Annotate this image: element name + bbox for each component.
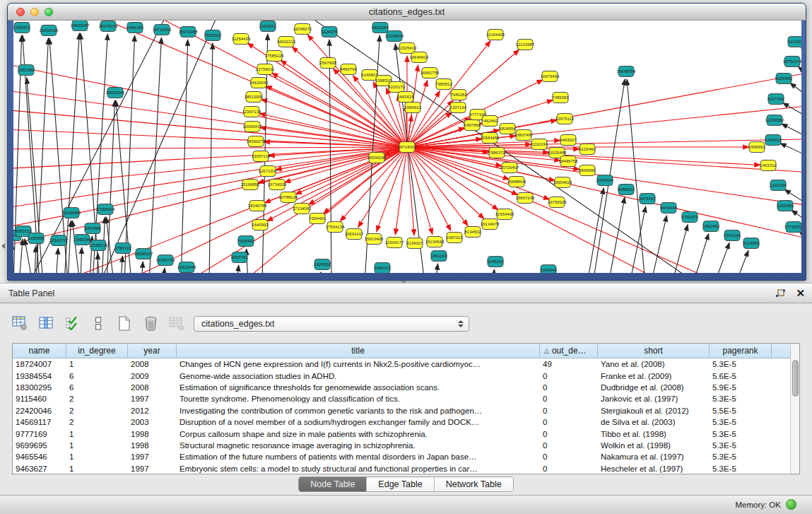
table-row[interactable]: 1872400712008Changes of HCN gene express…: [13, 358, 799, 370]
table-cell[interactable]: Structural magnetic resonance image aver…: [177, 441, 540, 450]
table-cell[interactable]: 2: [66, 407, 128, 415]
graph-node[interactable]: 1003059: [777, 201, 794, 211]
graph-node[interactable]: 16134978: [481, 219, 500, 230]
table-cell[interactable]: 1997: [128, 395, 177, 403]
tab-edge-table[interactable]: Edge Table: [367, 477, 434, 491]
table-row[interactable]: 2242004622012Investigating the contribut…: [13, 405, 799, 416]
table-cell[interactable]: 9463627: [13, 465, 66, 473]
graph-node[interactable]: 16640910: [410, 52, 429, 63]
table-cell[interactable]: Jankovic et al. (1997): [598, 395, 710, 403]
network-canvas[interactable]: 1872400718300295140557220691406106532871…: [13, 21, 801, 273]
graph-node[interactable]: 16961758: [420, 68, 440, 78]
table-cell[interactable]: 9777169: [13, 430, 66, 438]
table-row[interactable]: 969969511998Structural magnetic resonanc…: [13, 440, 799, 451]
graph-node[interactable]: 1201034: [770, 180, 787, 191]
table-row[interactable]: 1830029562008Estimation of significance …: [13, 382, 799, 393]
graph-node[interactable]: 1640934: [596, 175, 613, 186]
graph-node[interactable]: 19654923: [553, 177, 572, 188]
graph-node[interactable]: 19495758: [559, 156, 578, 167]
graph-node[interactable]: 1405572: [13, 23, 30, 33]
graph-node[interactable]: 10973493: [541, 71, 560, 82]
graph-node[interactable]: 1941244: [724, 230, 741, 241]
table-cell[interactable]: Dudbridge et al. (2008): [598, 383, 710, 392]
graph-node[interactable]: 16734209: [268, 180, 287, 190]
graph-node[interactable]: 2567608: [319, 58, 336, 69]
graph-node[interactable]: 12093582: [765, 115, 784, 126]
table-cell[interactable]: 18724007: [13, 360, 66, 368]
table-cell[interactable]: 5.3E-5: [710, 418, 772, 426]
graph-node[interactable]: 9474444: [660, 203, 677, 214]
graph-node[interactable]: 1566813: [404, 103, 421, 113]
graph-node[interactable]: 10354403: [495, 209, 514, 220]
table-cell[interactable]: 0: [540, 407, 598, 415]
graph-node[interactable]: 6466160: [126, 23, 143, 33]
graph-node[interactable]: 1034544: [540, 265, 557, 274]
graph-node[interactable]: 20364456: [481, 133, 500, 144]
table-cell[interactable]: Stergiakouli et al. (2012): [598, 407, 710, 415]
table-cell[interactable]: 5.3E-5: [710, 430, 772, 438]
graph-node[interactable]: 6497568: [464, 120, 481, 131]
table-cell[interactable]: 2008: [128, 383, 177, 392]
graph-node[interactable]: 7515522: [204, 30, 221, 41]
table-cell[interactable]: Disruption of a novel member of a sodium…: [177, 418, 540, 426]
table-row[interactable]: 946554611997Estimation of the future num…: [13, 451, 799, 462]
graph-node[interactable]: 19958167: [134, 249, 153, 259]
graph-node[interactable]: 6791971: [681, 212, 698, 223]
graph-node[interactable]: 1112304: [788, 37, 801, 47]
graph-node[interactable]: 20206586: [62, 208, 81, 218]
graph-node[interactable]: 9699695: [579, 165, 596, 176]
row-height-icon[interactable]: [88, 314, 108, 332]
graph-node[interactable]: 10719155: [153, 25, 172, 35]
graph-node[interactable]: 18300271: [247, 136, 266, 147]
graph-node[interactable]: 10093417: [243, 122, 262, 132]
graph-node[interactable]: 2045012: [374, 263, 391, 274]
graph-node[interactable]: 12342737: [49, 235, 69, 246]
graph-node[interactable]: 12923448: [177, 262, 196, 273]
table-cell[interactable]: Changes of HCN gene expression and I(f) …: [177, 360, 540, 368]
graph-node[interactable]: 16807249: [516, 193, 535, 204]
table-cell[interactable]: 6: [66, 372, 128, 380]
table-cell[interactable]: 1: [66, 441, 128, 450]
graph-node[interactable]: 9997585: [84, 223, 101, 234]
tab-network-table[interactable]: Network Table: [435, 477, 513, 491]
graph-node[interactable]: 9463627: [560, 135, 577, 146]
table-cell[interactable]: 1997: [128, 452, 177, 461]
table-cell[interactable]: Estimation of the future numbers of pati…: [177, 452, 540, 461]
graph-node[interactable]: 1156889: [28, 233, 45, 244]
graph-node[interactable]: 7986372: [488, 148, 505, 158]
table-cell[interactable]: 9699695: [13, 441, 66, 450]
graph-node[interactable]: 12505135: [89, 240, 108, 251]
column-header-out_de[interactable]: △out_de…: [540, 344, 598, 358]
graph-node[interactable]: 1124378: [322, 27, 339, 37]
graph-node[interactable]: 10688609: [507, 177, 526, 187]
table-cell[interactable]: Wolkin et al. (1998): [598, 441, 710, 450]
window-titlebar[interactable]: citations_edges.txt: [8, 4, 806, 21]
graph-node[interactable]: 12048271: [293, 24, 312, 35]
graph-node[interactable]: 11154408: [486, 30, 505, 40]
panel-collapse-arrow-icon[interactable]: [1, 243, 5, 249]
table-cell[interactable]: 0: [540, 418, 598, 426]
graph-node[interactable]: 1795722: [114, 243, 131, 254]
column-header-short[interactable]: short: [598, 344, 710, 358]
table-cell[interactable]: 0: [540, 452, 598, 461]
graph-node[interactable]: 1662615: [397, 92, 414, 103]
graph-node[interactable]: 1163872: [260, 21, 277, 32]
graph-node[interactable]: 17585224: [265, 51, 284, 62]
import-table-icon[interactable]: [167, 314, 187, 332]
table-cell[interactable]: 5.6E-5: [710, 372, 772, 380]
graph-node[interactable]: 17594134: [326, 222, 345, 233]
graph-node[interactable]: 7940281: [450, 90, 467, 100]
column-header-pagerank[interactable]: pagerank: [710, 344, 772, 358]
table-cell[interactable]: 5.3E-5: [710, 360, 772, 368]
table-cell[interactable]: Tourette syndrome. Phenomenology and cla…: [177, 395, 540, 403]
graph-node[interactable]: 9227342: [767, 94, 784, 105]
graph-node[interactable]: 12304177: [385, 238, 404, 248]
graph-node[interactable]: 7955812: [435, 79, 452, 90]
graph-node[interactable]: 12754011: [256, 64, 275, 75]
table-cell[interactable]: 1: [66, 360, 128, 368]
graph-node[interactable]: 12218506: [385, 31, 404, 42]
table-cell[interactable]: 0: [540, 395, 598, 403]
graph-node[interactable]: 20053346: [106, 88, 125, 98]
graph-node[interactable]: 13097134: [252, 151, 271, 162]
table-cell[interactable]: 22420046: [13, 407, 66, 415]
